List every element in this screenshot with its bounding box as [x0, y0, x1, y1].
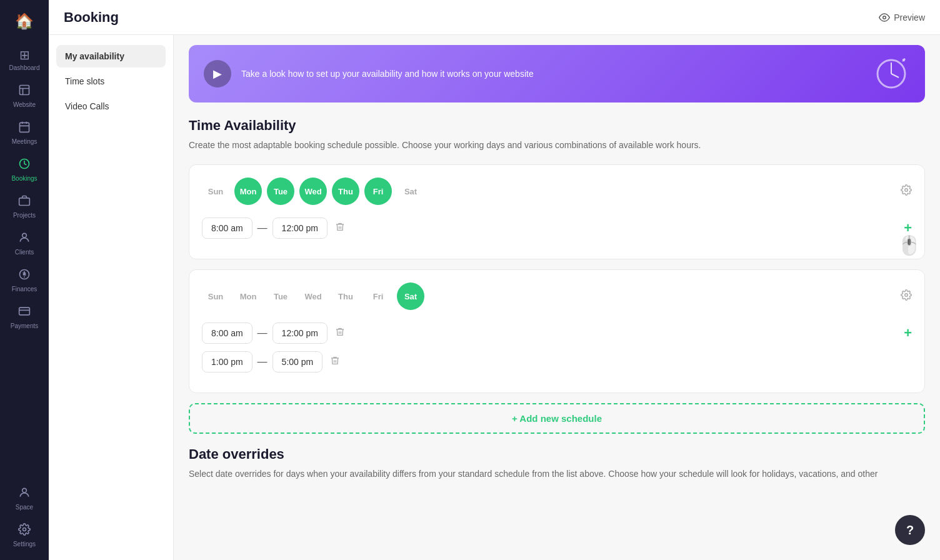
schedule-card-2: Sun Mon Tue Wed Thu Fri Sat 8:00 am — [189, 269, 925, 393]
delete-time-2-2[interactable] [328, 353, 342, 371]
sidebar-item-bookings[interactable]: Bookings [4, 152, 44, 187]
banner-text: Take a look how to set up your availabil… [241, 68, 850, 81]
trash-icon-2-1 [335, 327, 345, 337]
topbar: Booking Preview [49, 0, 940, 35]
banner: ▶ Take a look how to set up your availab… [189, 45, 925, 102]
schedule-settings-1[interactable] [901, 184, 912, 199]
day-thu-1[interactable]: Thu [332, 178, 359, 205]
dash-2-2: — [258, 356, 268, 368]
dashboard-icon: ⊞ [19, 48, 30, 62]
time-from-2-1[interactable]: 8:00 am [202, 322, 252, 344]
main-area: Booking Preview My availability Time slo… [49, 0, 940, 560]
sidebar-item-dashboard[interactable]: ⊞ Dashboard [4, 42, 44, 76]
day-sun-1[interactable]: Sun [202, 178, 229, 205]
time-availability-section: Time Availability Create the most adapta… [174, 102, 940, 434]
time-range-1-1: 8:00 am — 12:00 pm + 🖱️ [202, 218, 912, 239]
day-mon-1[interactable]: Mon [234, 178, 262, 205]
time-to-2-2[interactable]: 5:00 pm [272, 351, 323, 372]
meetings-icon [18, 121, 31, 136]
delete-time-1-1[interactable] [332, 219, 348, 237]
svg-point-14 [905, 293, 908, 296]
space-icon [18, 486, 31, 502]
svg-rect-6 [19, 308, 30, 315]
day-fri-1[interactable]: Fri [364, 178, 392, 205]
finances-icon [18, 268, 31, 284]
preview-label: Preview [894, 12, 925, 22]
day-thu-2[interactable]: Thu [332, 282, 359, 310]
day-wed-2[interactable]: Wed [299, 282, 327, 310]
logo-icon: 🏠 [15, 12, 34, 30]
date-overrides-section: Date overrides Select date overrides for… [174, 434, 940, 496]
time-availability-desc: Create the most adaptable booking schedu… [189, 139, 925, 152]
svg-point-4 [22, 233, 27, 238]
time-to-2-1[interactable]: 12:00 pm [272, 322, 328, 344]
schedule-card-1: Sun Mon Tue Wed Thu Fri Sat 8:00 am — [189, 164, 925, 259]
svg-point-9 [883, 16, 886, 19]
sidebar-item-clients[interactable]: Clients [4, 226, 44, 261]
add-time-2[interactable]: + [904, 326, 912, 340]
day-tue-1[interactable]: Tue [267, 178, 294, 205]
sidebar-item-website[interactable]: Website [4, 79, 44, 113]
time-range-2-1: 8:00 am — 12:00 pm + [202, 322, 912, 344]
left-nav: My availability Time slots Video Calls [49, 35, 174, 560]
preview-button[interactable]: Preview [879, 12, 925, 23]
add-schedule-button[interactable]: + Add new schedule [189, 403, 925, 434]
projects-icon [18, 194, 31, 210]
help-button[interactable]: ? [895, 515, 925, 545]
time-from-1-1[interactable]: 8:00 am [202, 218, 252, 239]
svg-point-7 [22, 488, 27, 492]
payments-icon [18, 305, 31, 321]
day-sat-2[interactable]: Sat [397, 282, 424, 310]
sidebar-label-settings: Settings [13, 541, 36, 548]
banner-image [860, 55, 910, 92]
svg-rect-1 [20, 122, 29, 132]
sidebar-item-meetings[interactable]: Meetings [4, 116, 44, 150]
day-wed-1[interactable]: Wed [299, 178, 327, 205]
svg-rect-3 [19, 198, 30, 206]
page-content: ▶ Take a look how to set up your availab… [174, 35, 940, 560]
delete-time-2-1[interactable] [332, 324, 348, 342]
sidebar-label-bookings: Bookings [11, 175, 37, 182]
dash-1-1: — [258, 222, 268, 234]
sidebar-label-projects: Projects [13, 212, 36, 219]
day-tue-2[interactable]: Tue [267, 282, 294, 310]
sidebar-logo[interactable]: 🏠 [4, 8, 44, 35]
sidebar-label-website: Website [13, 101, 36, 108]
play-button[interactable]: ▶ [204, 60, 231, 88]
page-title: Booking [64, 9, 119, 26]
time-to-1-1[interactable]: 12:00 pm [272, 218, 328, 239]
day-row-1: Sun Mon Tue Wed Thu Fri Sat [202, 178, 912, 205]
settings-icon [18, 523, 31, 539]
sidebar-label-clients: Clients [15, 249, 34, 256]
sidebar-item-space[interactable]: Space [4, 481, 44, 516]
sidebar-label-finances: Finances [12, 286, 38, 292]
day-fri-2[interactable]: Fri [364, 282, 392, 310]
website-icon [18, 84, 31, 99]
add-time-1[interactable]: + [904, 221, 912, 235]
bookings-icon [18, 158, 31, 173]
day-mon-2[interactable]: Mon [234, 282, 262, 310]
time-range-2-2: 1:00 pm — 5:00 pm [202, 351, 912, 372]
eye-icon [879, 12, 890, 23]
left-nav-my-availability[interactable]: My availability [56, 45, 166, 68]
svg-point-8 [23, 528, 26, 531]
schedule-settings-2[interactable] [901, 289, 912, 304]
svg-rect-0 [20, 86, 29, 95]
date-overrides-desc: Select date overrides for days when your… [189, 468, 925, 481]
time-availability-title: Time Availability [189, 118, 925, 134]
time-from-2-2[interactable]: 1:00 pm [202, 351, 252, 372]
trash-icon-1-1 [335, 222, 345, 232]
topbar-actions: Preview [879, 12, 925, 23]
trash-icon-2-2 [330, 356, 340, 366]
left-nav-video-calls[interactable]: Video Calls [56, 95, 166, 118]
left-nav-time-slots[interactable]: Time slots [56, 70, 166, 92]
sidebar-item-projects[interactable]: Projects [4, 189, 44, 224]
svg-point-13 [905, 188, 908, 191]
sidebar-item-settings[interactable]: Settings [4, 518, 44, 552]
sidebar-item-finances[interactable]: Finances [4, 263, 44, 298]
day-sat-1[interactable]: Sat [397, 178, 424, 205]
sidebar-label-dashboard: Dashboard [9, 64, 40, 71]
sidebar: 🏠 ⊞ Dashboard Website Meetings Bookings … [0, 0, 49, 560]
day-sun-2[interactable]: Sun [202, 282, 229, 310]
sidebar-item-payments[interactable]: Payments [4, 300, 44, 334]
